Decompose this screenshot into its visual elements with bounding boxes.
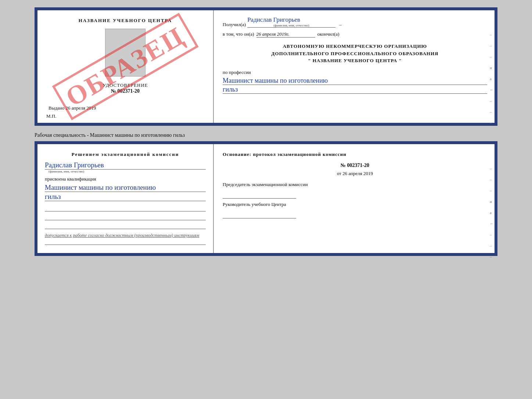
admit-prefix: допускается к — [45, 233, 72, 238]
date-prefix: в том, что он(а) — [223, 31, 254, 37]
bottom-right: Основание: протокол экзаменационной коми… — [214, 144, 495, 253]
director-section: Руководитель учебного Центра — [223, 202, 487, 218]
cert-right: Получил(а) Радислав Григорьев (фамилия, … — [214, 10, 495, 123]
chairman-sig-line — [223, 190, 296, 199]
recipient-name: Радислав Григорьев (фамилия, имя, отчест… — [247, 16, 335, 28]
subtitle-bar: Рабочая специальность - Машинист машины … — [35, 129, 497, 141]
certificate-bottom: Решением экзаменационной комиссии Радисл… — [35, 141, 497, 256]
chairman-section: Председатель экзаменационной комиссии — [223, 182, 487, 199]
protocol-number: № 002371-20 — [223, 163, 487, 168]
blank-line-2 — [45, 214, 206, 220]
issued-date: 26 апреля 2019 — [66, 105, 96, 111]
bottom-name-line: Радислав Григорьев (фамилия, имя, отчест… — [45, 161, 206, 173]
profession-value2: гильз — [223, 86, 487, 94]
cert-left: НАЗВАНИЕ УЧЕБНОГО ЦЕНТРА УДОСТОВЕРЕНИЕ №… — [37, 10, 214, 123]
mp-label: М.П. — [45, 113, 56, 119]
issued-label: Выдано — [48, 105, 64, 111]
org-line2: ДОПОЛНИТЕЛЬНОГО ПРОФЕССИОНАЛЬНОГО ОБРАЗО… — [223, 50, 487, 57]
qual-value1: Машинист машины по изготовлению — [45, 184, 206, 192]
dash-after-name: – — [339, 22, 342, 28]
doc-block: УДОСТОВЕРЕНИЕ № 002371-20 — [103, 82, 148, 94]
admit-text: работе согласно должностным (производств… — [73, 233, 199, 238]
protocol-date-prefix: от — [337, 171, 341, 176]
blank-line-1 — [45, 205, 206, 211]
right-side-marks-bottom: – – – и а ← – – – — [490, 166, 495, 259]
director-sig-line — [223, 210, 296, 218]
date-line: в том, что он(а) 26 апреля 2019г. окончи… — [223, 31, 487, 38]
certificate-top: НАЗВАНИЕ УЧЕБНОГО ЦЕНТРА УДОСТОВЕРЕНИЕ №… — [35, 7, 497, 126]
profession-label: по профессии — [223, 70, 487, 75]
profession-block: по профессии Машинист машины по изготовл… — [223, 70, 487, 94]
protocol-date: 26 апреля 2019 — [342, 171, 373, 176]
date-suffix: окончил(а) — [317, 31, 339, 37]
bottom-heading: Решением экзаменационной комиссии — [45, 152, 206, 157]
blank-line-3 — [45, 222, 206, 229]
qual-value2: гильз — [45, 193, 206, 201]
center-title-top: НАЗВАНИЕ УЧЕБНОГО ЦЕНТРА — [79, 18, 172, 24]
bottom-left: Решением экзаменационной комиссии Радисл… — [37, 144, 214, 253]
org-name: НАЗВАНИЕ УЧЕБНОГО ЦЕНТРА — [313, 58, 398, 63]
basis-label: Основание: протокол экзаменационной коми… — [223, 152, 487, 157]
name-sub-top: (фамилия, имя, отчество) — [247, 24, 335, 27]
director-label: Руководитель учебного Центра — [223, 202, 487, 207]
org-quote-open: " НАЗВАНИЕ УЧЕБНОГО ЦЕНТРА " — [223, 57, 487, 64]
profession-value1: Машинист машины по изготовлению — [223, 77, 487, 85]
bottom-name-cursive: Радислав Григорьев — [45, 161, 206, 170]
protocol-date-line: от 26 апреля 2019 — [223, 171, 487, 177]
org-line1: АВТОНОМНУЮ НЕКОММЕРЧЕСКУЮ ОРГАНИЗАЦИЮ — [223, 43, 487, 50]
photo-placeholder — [105, 29, 145, 76]
doc-number: № 002371-20 — [103, 88, 148, 94]
recipient-line: Получил(а) Радислав Григорьев (фамилия, … — [223, 16, 487, 28]
bottom-name-sub: (фамилия, имя, отчество) — [48, 170, 206, 173]
issued-block: Выдано 26 апреля 2019 — [45, 105, 96, 111]
doc-label: УДОСТОВЕРЕНИЕ — [103, 82, 148, 88]
org-block: АВТОНОМНУЮ НЕКОММЕРЧЕСКУЮ ОРГАНИЗАЦИЮ ДО… — [223, 43, 487, 64]
subtitle-text: Рабочая специальность - Машинист машины … — [35, 132, 185, 138]
received-label: Получил(а) — [223, 22, 246, 28]
chairman-label: Председатель экзаменационной комиссии — [223, 182, 487, 188]
blank-line-4 — [45, 238, 206, 245]
qual-label: присвоена квалификация — [45, 176, 206, 182]
admit-block: допускается к работе согласно должностны… — [45, 233, 206, 238]
right-side-marks-top: – – – и а ← – – – — [490, 32, 495, 125]
date-value: 26 апреля 2019г. — [256, 31, 315, 38]
